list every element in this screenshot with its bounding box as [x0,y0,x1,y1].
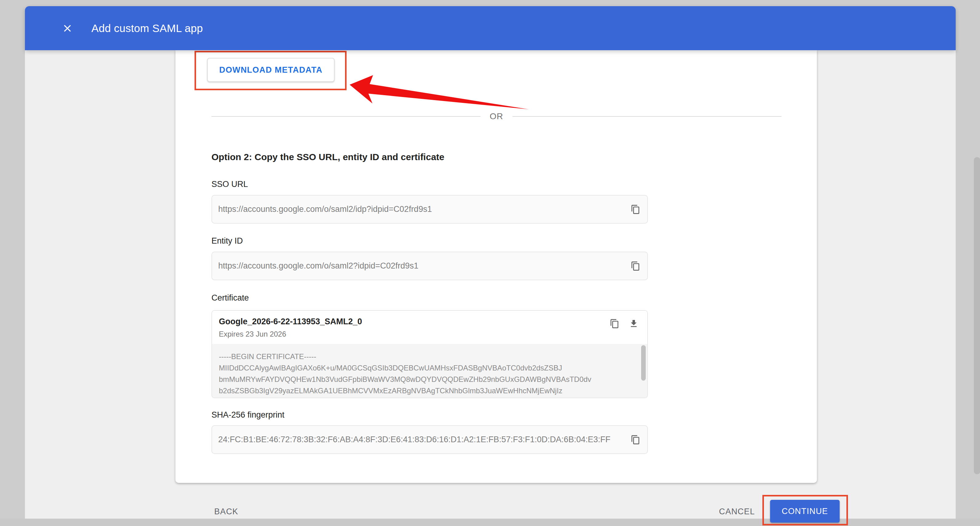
copy-icon [631,204,641,214]
copy-sha256-button[interactable] [628,432,643,447]
certificate-pem-line: -----BEGIN CERTIFICATE----- [219,351,629,362]
sha256-fingerprint-label: SHA-256 fingerprint [212,410,285,420]
certificate-expiry: Expires 23 Jun 2026 [219,330,286,338]
page-scrollbar-thumb[interactable] [974,157,980,474]
sso-url-field: https://accounts.google.com/o/saml2/idp?… [212,195,648,223]
certificate-pem-line: bmMuMRYwFAYDVQQHEw1Nb3VudGFpbiBWaWV3MQ8w… [219,373,629,385]
download-metadata-button[interactable]: DOWNLOAD METADATA [207,58,334,82]
certificate-pem-text[interactable]: -----BEGIN CERTIFICATE----- MIIDdDCCAlyg… [212,344,647,398]
sso-url-label: SSO URL [212,180,248,189]
close-icon[interactable] [60,22,74,35]
or-divider: OR [212,112,781,121]
copy-certificate-button[interactable] [607,316,622,331]
copy-sso-url-button[interactable] [628,202,643,217]
divider-line [212,116,480,117]
cancel-button[interactable]: CANCEL [719,504,755,519]
continue-button[interactable]: CONTINUE [770,500,840,523]
option2-heading: Option 2: Copy the SSO URL, entity ID an… [212,152,444,162]
download-certificate-button[interactable] [626,316,641,331]
copy-entity-id-button[interactable] [628,259,643,274]
dialog-header: Add custom SAML app [25,6,956,50]
certificate-pem-line: MIIDdDCCAlygAwIBAgIGAXo6K+u/MA0GCSqGSIb3… [219,362,629,373]
red-arrow-annotation-icon [348,74,530,113]
content-card: DOWNLOAD METADATA OR Option 2: Copy the … [175,50,817,483]
certificate-pem-line: b2dsZSBGb3IgV29yazELMAkGA1UEBhMCVVMxEzAR… [219,385,629,396]
add-custom-saml-app-dialog: Add custom SAML app DOWNLOAD METADATA OR… [25,6,956,519]
sso-url-value: https://accounts.google.com/o/saml2/idp?… [218,204,628,214]
certificate-card: Google_2026-6-22-113953_SAML2_0 Expires … [212,310,648,398]
certificate-label: Certificate [212,293,249,303]
sha256-fingerprint-field: 24:FC:B1:BE:46:72:78:3B:32:F6:AB:A4:8F:3… [212,425,648,454]
certificate-name: Google_2026-6-22-113953_SAML2_0 [219,317,362,327]
copy-icon [631,435,641,445]
or-label: OR [480,112,512,121]
certificate-scrollbar-thumb[interactable] [641,345,646,381]
copy-icon [610,319,620,328]
screen: Add custom SAML app DOWNLOAD METADATA OR… [0,0,980,526]
dialog-title: Add custom SAML app [91,22,203,35]
divider-line [512,116,781,117]
certificate-header: Google_2026-6-22-113953_SAML2_0 Expires … [212,311,647,344]
entity-id-value: https://accounts.google.com/o/saml2?idpi… [218,261,628,271]
copy-icon [631,261,641,271]
entity-id-label: Entity ID [212,236,243,246]
close-icon-glyph [62,22,73,34]
entity-id-field: https://accounts.google.com/o/saml2?idpi… [212,252,648,280]
download-icon [629,319,639,328]
sha256-fingerprint-value: 24:FC:B1:BE:46:72:78:3B:32:F6:AB:A4:8F:3… [218,435,628,445]
back-button[interactable]: BACK [214,504,238,519]
